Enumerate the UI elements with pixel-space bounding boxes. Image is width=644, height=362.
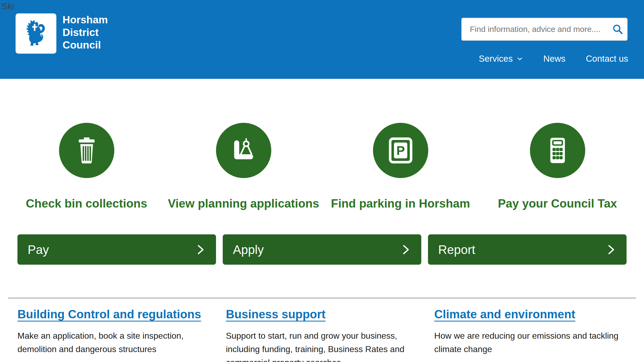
chevron-right-icon xyxy=(195,244,206,256)
pay-button[interactable]: Pay xyxy=(17,234,216,265)
quick-link-label: Check bin collections xyxy=(26,197,147,210)
quick-links-row: Check bin collections View planning appl… xyxy=(8,123,636,210)
council-crest-lion-icon xyxy=(20,17,52,50)
bin-icon-circle xyxy=(59,123,114,178)
action-buttons-row: Pay Apply Report xyxy=(17,234,627,265)
pay-button-label: Pay xyxy=(28,242,49,257)
apply-button[interactable]: Apply xyxy=(223,234,421,265)
calculator-icon-circle xyxy=(530,123,585,178)
topic-description: How we are reducing our emissions and ta… xyxy=(434,329,627,356)
parking-icon-circle: P xyxy=(373,123,428,178)
parking-sign-icon: P xyxy=(385,135,416,166)
quick-link-council-tax[interactable]: Pay your Council Tax xyxy=(479,123,636,210)
section-divider xyxy=(8,298,636,298)
site-title: Horsham District Council xyxy=(63,13,108,51)
topic-description: Support to start, run and grow your busi… xyxy=(226,329,418,362)
planning-icon-circle xyxy=(216,123,271,178)
nav-services-label: Services xyxy=(479,54,513,64)
skip-to-content-link[interactable]: Skip to content xyxy=(1,1,14,13)
quick-link-label: Pay your Council Tax xyxy=(498,197,617,210)
nav-contact-us[interactable]: Contact us xyxy=(586,54,628,64)
report-button-label: Report xyxy=(438,242,475,257)
topic-description: Make an application, book a site inspect… xyxy=(17,329,210,356)
site-header: Horsham District Council Services News C… xyxy=(0,0,644,79)
topic-link-business-support[interactable]: Business support xyxy=(226,308,326,321)
calculator-icon xyxy=(542,135,573,166)
main-nav: Services News Contact us xyxy=(479,54,628,64)
topic-climate-environment: Climate and environment How we are reduc… xyxy=(434,308,627,362)
search-button[interactable] xyxy=(608,19,627,40)
council-logo[interactable] xyxy=(16,13,56,54)
topic-link-building-control[interactable]: Building Control and regulations xyxy=(17,308,201,321)
ruler-compass-icon xyxy=(228,135,259,166)
search-input[interactable] xyxy=(462,25,608,34)
nav-news[interactable]: News xyxy=(543,54,566,64)
site-search xyxy=(461,18,628,41)
quick-link-label: View planning applications xyxy=(168,197,319,210)
topic-business-support: Business support Support to start, run a… xyxy=(226,308,418,362)
apply-button-label: Apply xyxy=(233,242,264,257)
quick-link-planning-applications[interactable]: View planning applications xyxy=(165,123,322,210)
topic-link-climate-environment[interactable]: Climate and environment xyxy=(434,308,575,321)
search-icon xyxy=(612,24,623,35)
trash-bin-icon xyxy=(71,135,103,166)
quick-link-parking[interactable]: P Find parking in Horsham xyxy=(322,123,479,210)
topic-building-control: Building Control and regulations Make an… xyxy=(17,308,210,362)
chevron-right-icon xyxy=(400,244,412,256)
report-button[interactable]: Report xyxy=(428,234,627,265)
svg-text:P: P xyxy=(396,143,405,158)
chevron-down-icon xyxy=(517,56,523,62)
quick-link-bin-collections[interactable]: Check bin collections xyxy=(8,123,165,210)
nav-services[interactable]: Services xyxy=(479,54,523,64)
chevron-right-icon xyxy=(605,244,617,256)
topic-links-row: Building Control and regulations Make an… xyxy=(17,308,627,362)
quick-link-label: Find parking in Horsham xyxy=(331,197,470,210)
